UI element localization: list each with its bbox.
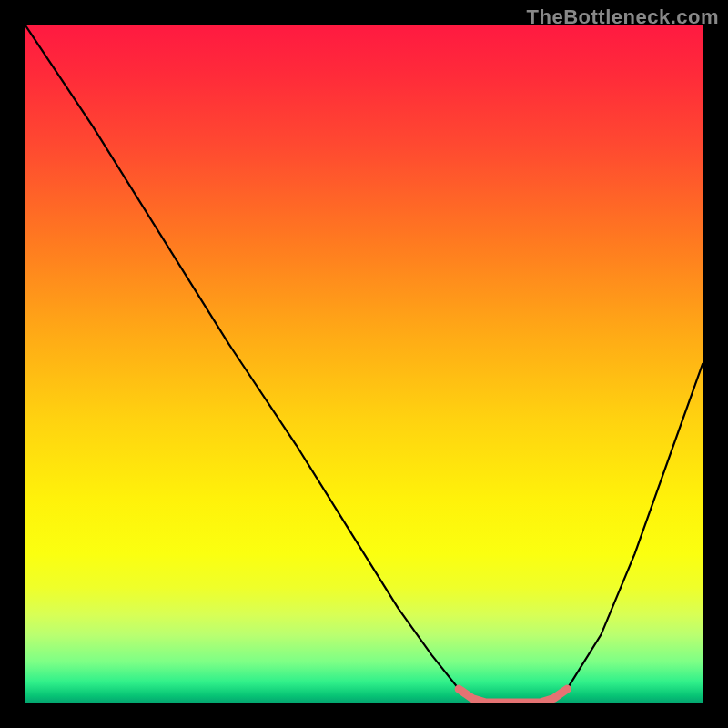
chart-frame: TheBottleneck.com bbox=[0, 0, 728, 728]
bottleneck-curve bbox=[25, 25, 703, 703]
optimal-range-marker bbox=[459, 689, 567, 703]
watermark-text: TheBottleneck.com bbox=[527, 5, 719, 29]
plot-area bbox=[25, 25, 703, 703]
curve-svg bbox=[25, 25, 703, 703]
